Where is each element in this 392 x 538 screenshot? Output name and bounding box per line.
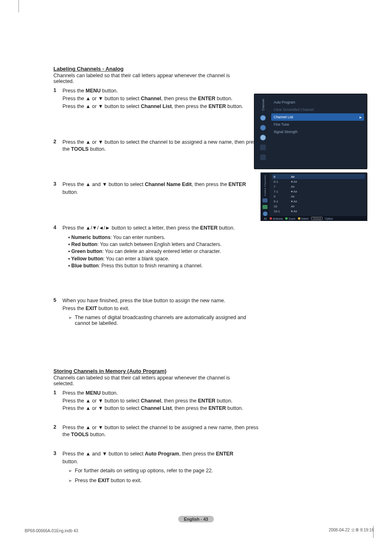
menu-item-selected[interactable]: Channel List (271, 113, 364, 121)
footer-timestamp: 2008-04-22 오후 8:19:16 (329, 527, 374, 533)
section-title-labeling: Labeling Channels - Analog (53, 66, 367, 72)
input-icon (260, 154, 266, 160)
menu-item[interactable]: Signal Strength (271, 128, 364, 136)
step-text: Press the ▲/▼/◄/► button to select a let… (62, 225, 259, 232)
step-number: 4 (53, 225, 62, 269)
channel-row[interactable]: 10-1♥ Air (272, 209, 365, 214)
step-number: 5 (53, 297, 62, 327)
step-text: Press the ▲ or ▼ button to select Channe… (62, 405, 259, 412)
step-text: Press the ▲ or ▼ button to select Channe… (62, 398, 259, 405)
list-icon (263, 198, 267, 202)
channel-row[interactable]: 6-1♥ Air (272, 179, 365, 184)
channel-row[interactable]: 9-1♥ Air (272, 199, 365, 204)
section-title-autoprogram: Storing Channels in Memory (Auto Program… (53, 368, 367, 374)
page-number: English - 43 (178, 516, 214, 522)
bullet-text: • Yellow button: You can enter a blank s… (68, 255, 259, 262)
channel-row[interactable]: 7-1♥ Air (272, 189, 365, 194)
note-text: For further details on setting up option… (75, 468, 259, 474)
step-number: 2 (53, 139, 62, 154)
step-number: 1 (53, 390, 62, 413)
step-number: 2 (53, 424, 62, 439)
sidebar-label: Added Channels (264, 175, 266, 196)
menu-item[interactable]: Fine Tune (271, 121, 364, 128)
note-text: Press the EXIT button to exit. (75, 478, 259, 483)
channel-row-selected[interactable]: 6Air (272, 174, 365, 179)
fav-icon (263, 205, 267, 209)
channel-icon (260, 135, 266, 140)
bullet-text: • Red button: You can switch between Eng… (68, 241, 259, 248)
menu-item[interactable]: Auto Program (271, 99, 364, 106)
step-text: When you have finished, press the blue b… (62, 297, 259, 304)
step-number: 1 (53, 87, 62, 111)
green-dot-icon (285, 217, 288, 220)
tools-tag: TOOLS (311, 217, 323, 220)
note-arrow-icon (68, 478, 75, 483)
footer-filename: BP68-00666A-01Eng.indb 43 (25, 529, 78, 533)
note-text: The names of digital broadcasting channe… (75, 315, 259, 326)
channel-rows: 6Air 6-1♥ Air 7Air 7-1♥ Air 9Air 9-1♥ Ai… (270, 172, 367, 216)
step-text: Press the ▲ and ▼ button to select Auto … (62, 451, 259, 458)
osd-channel-list: Added Channels 6Air 6-1♥ Air 7Air 7-1♥ A… (261, 172, 367, 221)
osd-channel-menu: Channel Auto Program Clear Scrambled Cha… (254, 94, 367, 169)
step-text: Press the MENU button. (62, 390, 259, 397)
record-icon (263, 212, 267, 216)
step-text: Press the ▲ and ▼ button to select Chann… (62, 181, 259, 188)
note-arrow-icon (68, 468, 75, 474)
bullet-text: • Numeric buttons: You can enter numbers… (68, 234, 259, 241)
osd-footer: Air Antenna Zoom Select TOOLS Option (261, 216, 367, 221)
setup-icon (260, 145, 266, 150)
step-text: Press the MENU button. (62, 87, 259, 94)
step-number: 3 (53, 451, 62, 484)
step-text: Press the ▲ or ▼ button to select Channe… (62, 95, 259, 102)
menu-item[interactable]: Clear Scrambled Channel (271, 106, 364, 113)
channel-row[interactable]: 7Air (272, 184, 365, 189)
step-text: Press the EXIT button to exit. (62, 305, 259, 312)
step-text: Press the ▲ or ▼ button to select the ch… (62, 424, 259, 438)
yellow-dot-icon (298, 217, 300, 220)
chevron-right-icon (360, 115, 362, 119)
sound-icon (260, 125, 266, 131)
red-dot-icon (270, 217, 272, 220)
step-text: button. (62, 189, 259, 196)
step-text: Press the ▲ or ▼ button to select the ch… (62, 139, 259, 153)
sidebar-label: Channel (262, 99, 265, 111)
bullet-text: • Blue button: Press this button to fini… (68, 262, 259, 269)
step-number: 3 (53, 181, 62, 197)
section-intro: Channels can labeled so that their call … (53, 73, 251, 84)
picture-icon (260, 115, 266, 121)
channel-row[interactable]: 10Air (272, 204, 365, 209)
step-text: button. (62, 458, 259, 465)
channel-row[interactable]: 9Air (272, 194, 365, 199)
step-text: Press the ▲ or ▼ button to select Channe… (62, 103, 259, 110)
section-intro: Channels can labeled so that their call … (53, 375, 251, 386)
note-arrow-icon (68, 315, 75, 326)
bullet-text: • Green button: You can delete an alread… (68, 248, 259, 255)
cropmark (18, 0, 19, 12)
